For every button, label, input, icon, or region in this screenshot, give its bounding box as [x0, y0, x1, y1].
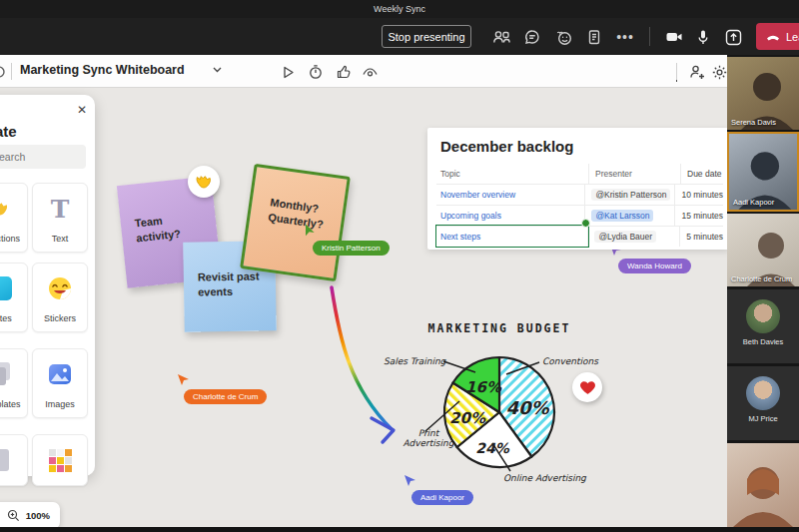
avatar — [746, 299, 780, 333]
reactions-tool-icon — [0, 194, 27, 224]
mention-pill[interactable]: @Kristin Patterson — [591, 189, 670, 201]
components-tool-icon — [33, 445, 87, 475]
tool-images[interactable]: Images — [32, 348, 88, 418]
board-name[interactable]: Marketing Sync Whiteboard — [20, 63, 185, 77]
zoom-in-icon[interactable] — [7, 509, 20, 522]
pie-label-print-advertising: Print Advertising — [398, 428, 459, 448]
close-icon[interactable]: ✕ — [77, 103, 87, 117]
window-titlebar: Weekly Sync — [0, 0, 799, 18]
table-row[interactable]: Upcoming goals @Kat Larsson 15 minutes — [436, 205, 723, 226]
toolbar-divider — [11, 63, 12, 80]
collab-selection-outline — [435, 225, 589, 248]
clap-sticker[interactable] — [188, 166, 220, 198]
stickers-tool-icon — [33, 273, 87, 303]
tool-stickers[interactable]: Stickers — [32, 263, 88, 332]
leave-button[interactable]: Leave — [756, 23, 799, 50]
tool-reactions[interactable]: Reactions — [0, 183, 28, 253]
tool-text[interactable]: T Text — [32, 183, 88, 253]
zoom-control[interactable]: 100% — [0, 502, 60, 529]
participants-icon[interactable] — [490, 26, 512, 48]
teams-meeting-window: Weekly Sync Stop presenting — [0, 0, 799, 532]
marketing-budget-pie[interactable]: 16% 40% 20% 24% — [380, 315, 619, 495]
collaborator-tag: Wanda Howard — [618, 259, 691, 273]
settings-gear-icon[interactable] — [709, 62, 729, 82]
create-panel-title: Create — [0, 123, 17, 140]
participant-video-active[interactable]: Aadi Kapoor — [727, 132, 799, 212]
table-header-row: Topic Presenter Due date — [436, 164, 723, 184]
zoom-level: 100% — [26, 510, 50, 521]
pie-value-label: 24% — [475, 440, 509, 456]
topic-link[interactable]: Upcoming goals — [440, 211, 501, 221]
chat-icon[interactable] — [521, 26, 543, 48]
pie-value-label: 40% — [505, 397, 549, 418]
collab-cursor — [303, 225, 316, 238]
timer-icon[interactable] — [306, 62, 326, 82]
pie-label-conventions: Conventions — [542, 356, 598, 366]
heart-icon — [578, 378, 597, 397]
present-play-icon[interactable] — [278, 62, 298, 82]
notes-tool-icon — [0, 273, 27, 303]
templates-tool-icon — [0, 359, 27, 389]
participant-avatar-tile[interactable]: MJ Price — [727, 366, 799, 440]
meeting-toolbar: Stop presenting — [0, 18, 799, 55]
sticky-note-orange[interactable]: Monthly? Quarterly? — [240, 164, 351, 281]
toolbar-divider — [676, 63, 677, 80]
collaborator-dot — [581, 219, 590, 228]
participant-video[interactable]: Serena Davis — [727, 57, 799, 130]
collaborator-tag: Kristin Patterson — [313, 241, 390, 256]
reactions-icon[interactable] — [552, 26, 574, 48]
backlog-title: December backlog — [440, 138, 573, 155]
participant-video[interactable]: Charlotte de Crum — [727, 214, 799, 286]
backlog-card[interactable]: December backlog Topic Presenter Due dat… — [427, 128, 729, 250]
mention-pill[interactable]: @Lydia Bauer — [594, 231, 656, 243]
whiteboard-toolbar: Marketing Sync Whiteboard CW +2 — [0, 55, 727, 88]
hang-up-icon — [765, 29, 781, 45]
camera-icon[interactable] — [663, 26, 685, 48]
pie-label-sales-training: Sales Training — [384, 356, 445, 366]
topic-link[interactable]: November overview — [440, 190, 515, 200]
tool-templates[interactable]: Templates — [0, 348, 28, 418]
share-icon[interactable] — [722, 26, 744, 48]
search-input[interactable] — [0, 145, 86, 169]
more-icon[interactable]: ••• — [614, 26, 636, 48]
view-eye-icon[interactable] — [360, 62, 380, 82]
create-panel: ✕ Create Reactions T Text Notes — [0, 95, 95, 476]
meeting-title: Weekly Sync — [374, 4, 425, 14]
heart-sticker[interactable] — [572, 372, 602, 402]
pie-label-online-advertising: Online Advertising — [503, 473, 586, 483]
toolbar-divider — [649, 27, 650, 46]
collaborator-tag: Charlotte de Crum — [184, 389, 267, 404]
like-icon[interactable] — [334, 62, 354, 82]
tool-components[interactable] — [32, 434, 88, 486]
participant-silhouette — [727, 443, 799, 527]
images-tool-icon — [33, 359, 87, 389]
window-bottom-edge — [0, 527, 799, 532]
whiteboard-app-icon — [0, 64, 8, 80]
avatar — [746, 376, 780, 410]
text-tool-icon: T — [33, 194, 87, 224]
participant-video[interactable] — [727, 443, 799, 527]
chevron-down-icon[interactable] — [212, 64, 223, 75]
pie-value-label: 20% — [449, 409, 486, 427]
stop-presenting-button[interactable]: Stop presenting — [382, 25, 471, 48]
tool-notes[interactable]: Notes — [0, 263, 28, 332]
add-person-icon[interactable] — [687, 62, 707, 82]
participant-avatar-tile[interactable]: Beth Davies — [727, 289, 799, 363]
table-row[interactable]: November overview @Kristin Patterson 10 … — [436, 184, 723, 205]
documents-tool-icon — [0, 445, 27, 475]
mic-icon[interactable] — [692, 26, 714, 48]
tool-documents[interactable] — [0, 434, 28, 486]
collab-cursor — [177, 373, 190, 386]
notes-icon[interactable] — [583, 26, 605, 48]
participants-sidebar: Serena Davis Aadi Kapoor Charlotte de Cr… — [727, 55, 799, 527]
mention-pill-selected[interactable]: @Kat Larsson — [591, 210, 653, 222]
pie-value-label: 16% — [465, 378, 502, 396]
clap-icon — [193, 171, 215, 193]
